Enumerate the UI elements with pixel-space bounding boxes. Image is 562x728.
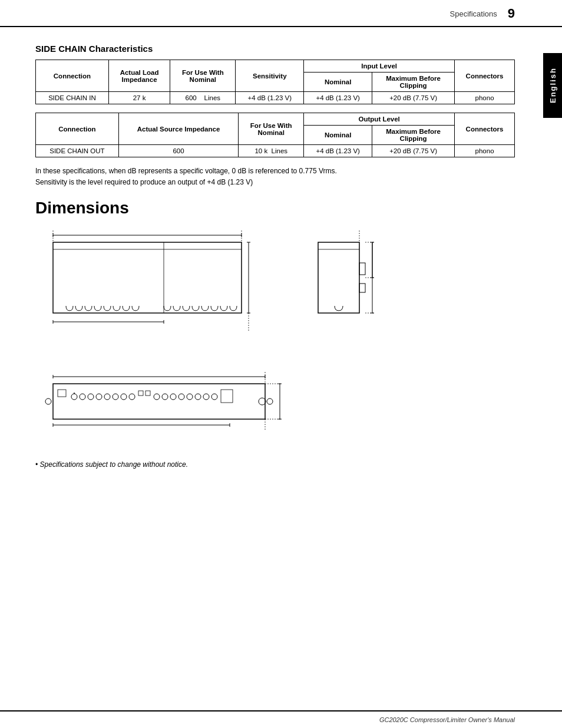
col-actual-source: Actual Source Impedance [118, 113, 238, 145]
col-for-use-out: For Use With Nominal [239, 113, 304, 145]
svg-point-32 [71, 394, 77, 400]
input-table: Connection Actual Load Impedance For Use… [35, 60, 515, 104]
cell-nominal-val-in: +4 dB (1.23 V) [304, 92, 372, 104]
svg-point-30 [267, 398, 273, 404]
svg-point-35 [96, 394, 102, 400]
col-connectors-out: Connectors [455, 113, 515, 145]
col-for-use-in: For Use With Nominal [170, 60, 236, 92]
col-max-in: Maximum Before Clipping [372, 73, 455, 92]
col-actual-load: Actual Load Impedance [108, 60, 170, 92]
svg-rect-0 [53, 242, 242, 313]
svg-rect-31 [58, 390, 66, 397]
note-1: In these specifications, when dB represe… [35, 166, 515, 177]
side-view-drawing [306, 230, 383, 354]
col-nominal-out: Nominal [304, 126, 372, 145]
cell-connection-in: SIDE CHAIN IN [36, 92, 109, 104]
section-label: Specifications [450, 9, 497, 18]
svg-point-34 [88, 394, 94, 400]
footnote: Specifications subject to change without… [35, 460, 515, 469]
col-nominal-in: Nominal [304, 73, 372, 92]
table-row: SIDE CHAIN IN 27 k 600 Lines +4 dB (1.23… [36, 92, 515, 104]
svg-rect-42 [146, 391, 150, 396]
svg-point-38 [121, 394, 127, 400]
page-container: Specifications 9 English SIDE CHAIN Char… [0, 0, 562, 728]
output-table: Connection Actual Source Impedance For U… [35, 113, 515, 157]
col-connection-out: Connection [36, 113, 119, 145]
svg-point-40 [74, 393, 75, 394]
cell-connectors-val-in: phono [455, 92, 515, 104]
cell-nominal-val-out: +4 dB (1.23 V) [304, 145, 372, 157]
svg-rect-51 [221, 390, 233, 403]
cell-max-val-out: +20 dB (7.75 V) [372, 145, 455, 157]
dimensions-title: Dimensions [35, 199, 515, 218]
main-content: SIDE CHAIN Characteristics Connection Ac… [0, 27, 562, 480]
footer: GC2020C Compressor/Limiter Owner's Manua… [0, 710, 562, 728]
svg-rect-41 [138, 391, 143, 396]
rear-view-svg [35, 372, 318, 443]
page-number: 9 [508, 6, 515, 21]
notes: In these specifications, when dB represe… [35, 166, 515, 188]
svg-point-39 [129, 394, 135, 400]
front-view-drawing [35, 230, 289, 354]
cell-sensitivity-val: +4 dB (1.23 V) [236, 92, 304, 104]
svg-point-36 [104, 394, 110, 400]
cell-impedance-in: 27 k [108, 92, 170, 104]
svg-rect-15 [318, 242, 359, 313]
side-chain-title: SIDE CHAIN Characteristics [35, 44, 515, 54]
svg-point-29 [45, 398, 51, 404]
svg-point-52 [259, 398, 266, 405]
col-connection-in: Connection [36, 60, 109, 92]
svg-point-50 [211, 394, 217, 400]
top-bar: Specifications 9 [0, 0, 562, 27]
svg-point-44 [162, 394, 168, 400]
note-2: Sensitivity is the level required to pro… [35, 177, 515, 188]
cell-max-val-in: +20 dB (7.75 V) [372, 92, 455, 104]
svg-point-46 [178, 394, 184, 400]
svg-point-49 [203, 394, 209, 400]
table-row: SIDE CHAIN OUT 600 10 k Lines +4 dB (1.2… [36, 145, 515, 157]
cell-for-use-val-in: 600 Lines [170, 92, 236, 104]
svg-point-45 [170, 394, 176, 400]
cell-for-use-val-out: 10 k Lines [239, 145, 304, 157]
footer-text: GC2020C Compressor/Limiter Owner's Manua… [379, 716, 515, 723]
svg-point-37 [113, 394, 118, 400]
svg-point-33 [80, 394, 85, 400]
drawings-area [35, 230, 515, 354]
svg-point-48 [195, 394, 201, 400]
svg-rect-18 [359, 284, 365, 292]
svg-point-47 [187, 394, 193, 400]
col-output-level: Output Level [304, 113, 455, 126]
language-tab: English [543, 53, 562, 118]
col-max-out: Maximum Before Clipping [372, 126, 455, 145]
cell-connection-out: SIDE CHAIN OUT [36, 145, 119, 157]
col-sensitivity: Sensitivity [236, 60, 304, 92]
rear-panel-drawing [35, 372, 515, 443]
svg-rect-28 [53, 384, 265, 419]
cell-connectors-val-out: phono [455, 145, 515, 157]
col-input-level: Input Level [304, 60, 455, 73]
col-connectors-in: Connectors [455, 60, 515, 92]
cell-impedance-out: 600 [118, 145, 238, 157]
svg-point-43 [154, 394, 160, 400]
svg-rect-17 [359, 263, 365, 275]
